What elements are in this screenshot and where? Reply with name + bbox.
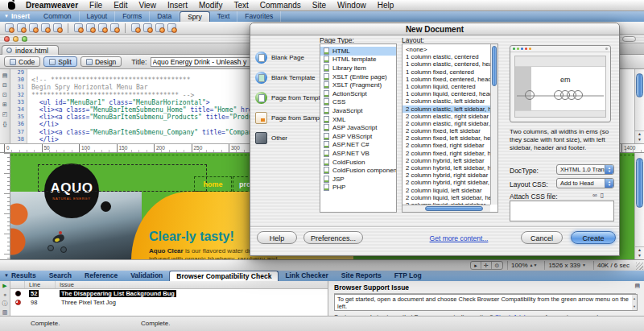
results-tab-reference[interactable]: Reference bbox=[78, 271, 124, 281]
menu-dreamweaver[interactable]: Dreamweaver bbox=[20, 0, 84, 10]
category-page-from-sample[interactable]: Page from Sample bbox=[255, 108, 320, 128]
attach-style-sheet-icon[interactable]: ∞ bbox=[592, 192, 597, 199]
spry-repeat-list-icon[interactable] bbox=[41, 23, 50, 32]
spry-validation-select-icon[interactable] bbox=[110, 23, 119, 32]
page-type-xml[interactable]: XML bbox=[320, 115, 396, 124]
insert-tab-spry[interactable]: Spry bbox=[180, 11, 209, 22]
layout-option-1-column-elastic-centered[interactable]: 1 column elastic, centered bbox=[402, 53, 490, 60]
menu-window[interactable]: Window bbox=[332, 0, 372, 10]
attach-css-file-list[interactable] bbox=[510, 201, 614, 221]
layout-option-2-column-elastic-right-sidebar[interactable]: 2 column elastic, right sidebar bbox=[402, 113, 490, 120]
zoom-window-button[interactable] bbox=[22, 36, 27, 42]
more-info-icon[interactable]: ⓘ bbox=[2, 300, 8, 307]
results-tab-site-reports[interactable]: Site Reports bbox=[335, 271, 388, 281]
category-blank-template[interactable]: Blank Template bbox=[255, 68, 320, 88]
page-type-css[interactable]: CSS bbox=[320, 98, 396, 107]
nav-item-home[interactable]: home bbox=[194, 176, 232, 192]
layout-option-1-column-liquid-centered-header-and-footer[interactable]: 1 column liquid, centered, header and fo… bbox=[402, 90, 490, 97]
menu-modify[interactable]: Modify bbox=[193, 0, 228, 10]
results-tab-link-checker[interactable]: Link Checker bbox=[279, 271, 334, 281]
collapse-full-tag-icon[interactable]: ⊟ bbox=[2, 82, 7, 88]
scroll-arrows-icon[interactable]: ▲▼ bbox=[635, 130, 644, 143]
layout-hscrollbar[interactable] bbox=[402, 205, 490, 212]
create-button[interactable]: Create bbox=[571, 231, 616, 244]
layout-scrollbar-thumb[interactable] bbox=[492, 46, 497, 86]
menu-insert[interactable]: Insert bbox=[162, 0, 193, 10]
layout-option-2-column-elastic-left-sidebar[interactable]: 2 column elastic, left sidebar bbox=[402, 97, 490, 105]
page-type-asp-vbscript[interactable]: ASP VBScript bbox=[320, 132, 396, 141]
insert-tab-common[interactable]: Common bbox=[36, 11, 79, 22]
menu-text[interactable]: Text bbox=[228, 0, 254, 10]
design-scrollbar-thumb[interactable] bbox=[636, 158, 643, 208]
insert-tab-favorites[interactable]: Favorites bbox=[237, 11, 281, 22]
select-tool-icon[interactable]: ▸ bbox=[471, 262, 481, 269]
expand-all-icon[interactable]: ⊞ bbox=[2, 101, 7, 107]
category-other[interactable]: Other bbox=[255, 128, 320, 148]
zoom-level-select[interactable]: 100%▲▼ bbox=[507, 261, 540, 270]
page-type-php[interactable]: PHP bbox=[320, 184, 396, 192]
menu-site[interactable]: Site bbox=[307, 0, 332, 10]
resize-grip[interactable] bbox=[636, 263, 643, 270]
page-type-jsp[interactable]: JSP bbox=[320, 175, 396, 184]
page-type-library-item[interactable]: Library item bbox=[320, 64, 396, 72]
save-report-icon[interactable]: ▥ bbox=[2, 309, 8, 316]
spry-table-icon[interactable] bbox=[53, 23, 62, 32]
layout-option-2-column-elastic-left-sidebar-header-and-footer[interactable]: 2 column elastic, left sidebar, header a… bbox=[402, 106, 490, 113]
page-type-asp-net-c[interactable]: ASP.NET C# bbox=[320, 141, 396, 150]
insert-tab-data[interactable]: Data bbox=[150, 11, 180, 22]
layout-option-1-column-elastic-centered-header-and-footer[interactable]: 1 column elastic, centered, header and f… bbox=[402, 60, 490, 68]
layout-option-1-column-fixed-centered-header-and-footer[interactable]: 1 column fixed, centered, header and foo… bbox=[402, 76, 490, 83]
menu-help[interactable]: Help bbox=[372, 0, 400, 10]
layout-hscrollbar-thumb[interactable] bbox=[425, 206, 483, 211]
spry-collapsible-panel-icon[interactable] bbox=[167, 23, 176, 32]
spry-tabbed-panels-icon[interactable] bbox=[143, 23, 152, 32]
layout-css-select[interactable]: Add to Head▲▼ bbox=[556, 178, 614, 188]
spry-accordion-icon[interactable] bbox=[155, 23, 164, 32]
open-documents-icon[interactable]: ▤ bbox=[2, 72, 8, 78]
page-type-list[interactable]: HTMLHTML templateLibrary itemXSLT (Entir… bbox=[320, 43, 397, 213]
check-browser-compatibility-icon[interactable]: ▶ bbox=[2, 283, 6, 289]
page-type-xslt-fragment[interactable]: XSLT (Fragment) bbox=[320, 81, 396, 89]
page-type-html-template[interactable]: HTML template bbox=[320, 56, 396, 64]
spry-repeat-icon[interactable] bbox=[29, 23, 38, 32]
page-type-html[interactable]: HTML bbox=[320, 47, 396, 56]
get-more-content-link[interactable]: Get more content... bbox=[407, 234, 510, 242]
layout-option-1-column-liquid-centered[interactable]: 1 column liquid, centered bbox=[402, 83, 490, 90]
layout-option-2-column-fixed-right-sidebar[interactable]: 2 column fixed, right sidebar bbox=[402, 142, 490, 149]
issue-row[interactable]: 52The Disappearing List Background Bug bbox=[10, 289, 328, 298]
page-type-asp-javascript[interactable]: ASP JavaScript bbox=[320, 123, 396, 132]
page-type-actionscript[interactable]: ActionScript bbox=[320, 89, 396, 98]
window-size-select[interactable]: 1526 x 339▼ bbox=[544, 261, 589, 270]
spry-validation-checkbox-icon[interactable] bbox=[98, 23, 107, 32]
layout-option-2-column-liquid-left-sidebar[interactable]: 2 column liquid, left sidebar bbox=[402, 187, 490, 194]
layout-option-2-column-elastic-right-sidebar-header-and-footer[interactable]: 2 column elastic, right sidebar, header … bbox=[402, 120, 490, 127]
insert-tab-text[interactable]: Text bbox=[210, 11, 238, 22]
results-collapse[interactable]: ▼Results bbox=[0, 271, 43, 281]
layout-option-2-column-hybrid-left-sidebar[interactable]: 2 column hybrid, left sidebar bbox=[402, 157, 490, 164]
stop-icon[interactable]: ● bbox=[3, 292, 6, 298]
insert-tab-layout[interactable]: Layout bbox=[80, 11, 116, 22]
collapse-selection-icon[interactable]: ⊡ bbox=[2, 92, 7, 97]
design-scrollbar[interactable]: ▲▼ bbox=[634, 153, 644, 259]
results-tab-ftp-log[interactable]: FTP Log bbox=[388, 271, 428, 281]
design-view-button[interactable]: Design bbox=[80, 56, 122, 67]
page-type-asp-net-vb[interactable]: ASP.NET VB bbox=[320, 149, 396, 158]
zoom-tool-icon[interactable]: ⊙ bbox=[492, 262, 502, 269]
layout-option-2-column-liquid-left-sidebar-header-and-footer[interactable]: 2 column liquid, left sidebar, header an… bbox=[402, 194, 490, 201]
layout-list[interactable]: <none>1 column elastic, centered1 column… bbox=[402, 43, 498, 213]
menu-view[interactable]: View bbox=[133, 0, 162, 10]
layout-option-2-column-hybrid-right-sidebar-header-and-footer[interactable]: 2 column hybrid, right sidebar, header a… bbox=[402, 179, 490, 186]
layout-option-1-column-fixed-centered[interactable]: 1 column fixed, centered bbox=[402, 68, 490, 76]
layout-option-2-column-hybrid-right-sidebar[interactable]: 2 column hybrid, right sidebar bbox=[402, 172, 490, 179]
layout-scrollbar[interactable] bbox=[490, 44, 497, 205]
help-button[interactable]: Help bbox=[257, 231, 297, 244]
preferences-button[interactable]: Preferences... bbox=[303, 231, 363, 244]
category-page-from-template[interactable]: Page from Template bbox=[255, 88, 320, 108]
issue-row[interactable]: 98Three Pixel Text Jog bbox=[10, 298, 328, 307]
layout-option-2-column-fixed-left-sidebar-header-and-footer[interactable]: 2 column fixed, left sidebar, header and… bbox=[402, 134, 490, 142]
toolbar-toggle-button[interactable] bbox=[622, 36, 636, 42]
apple-menu-icon[interactable] bbox=[8, 2, 15, 10]
code-view-button[interactable]: Code bbox=[4, 56, 40, 67]
layout-option-none[interactable]: <none> bbox=[402, 46, 490, 53]
minimize-window-button[interactable] bbox=[13, 36, 19, 42]
